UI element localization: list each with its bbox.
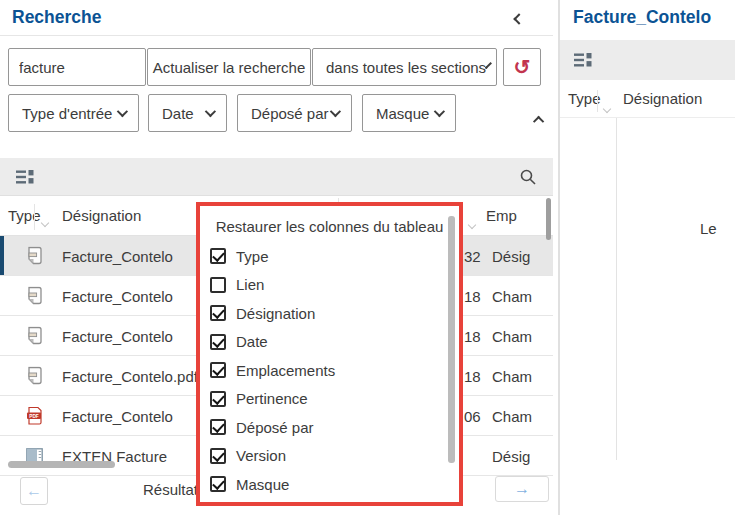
svg-text:PDF: PDF	[29, 413, 39, 418]
pdf-icon: PDF	[26, 406, 43, 425]
row-location-fragment: Désig	[492, 447, 530, 464]
next-page-button[interactable]: →	[495, 476, 549, 502]
column-picker-icon[interactable]	[574, 53, 592, 67]
detail-table-header: Type Désignation	[560, 80, 735, 118]
chevron-left-icon	[513, 13, 524, 24]
document-icon	[26, 286, 43, 305]
column-menu-item[interactable]: Type	[200, 242, 459, 271]
column-header-emplacements[interactable]: Emp	[486, 196, 517, 236]
row-name: Facture_Contelo	[62, 247, 173, 264]
column-sort-chevron-icon[interactable]	[468, 221, 476, 229]
chevron-down-icon	[330, 106, 341, 117]
row-location-fragment: Cham	[492, 367, 532, 384]
title-divider	[0, 35, 553, 36]
filter-mask-dropdown[interactable]: Masque	[362, 94, 456, 132]
column-header-type[interactable]: Type	[568, 80, 601, 118]
search-in-results-icon[interactable]	[519, 168, 537, 186]
filter-label: Date	[162, 105, 194, 122]
filter-label: Déposé par	[251, 105, 329, 122]
column-header-designation[interactable]: Désignation	[62, 196, 141, 236]
search-panel-title: Recherche	[12, 7, 102, 28]
column-menu-items: Type Lien Désignation Date Emplacements …	[200, 242, 459, 499]
detail-panel-title: Facture_Contelo	[573, 7, 711, 28]
column-header-type[interactable]: Type	[8, 196, 41, 236]
filter-label: Type d'entrée	[22, 105, 112, 122]
document-icon	[26, 366, 43, 385]
collapse-panel-button[interactable]	[508, 9, 530, 29]
reset-search-button[interactable]: ↺	[503, 48, 541, 86]
collapse-filters-button[interactable]	[529, 110, 551, 130]
header-separator	[34, 204, 35, 230]
column-label: Masque	[236, 476, 289, 493]
vertical-scrollbar-thumb[interactable]	[546, 198, 551, 240]
row-date-fragment: 32	[464, 247, 481, 264]
column-sort-chevron-icon[interactable]	[603, 105, 611, 113]
update-search-button[interactable]: Actualiser la recherche	[147, 48, 311, 86]
column-menu-item[interactable]: Date	[200, 328, 459, 357]
filter-filed-by-dropdown[interactable]: Déposé par	[237, 94, 352, 132]
column-chooser-menu: Restaurer les colonnes du tableau Type L…	[196, 202, 463, 506]
row-name: Facture_Contelo	[62, 287, 173, 304]
column-grid-line	[616, 118, 617, 460]
row-location-fragment: Cham	[492, 407, 532, 424]
refresh-icon: ↺	[514, 57, 531, 77]
row-date-fragment: 18	[464, 287, 481, 304]
column-checkbox[interactable]	[210, 419, 226, 435]
filter-date-dropdown[interactable]: Date	[148, 94, 227, 132]
column-checkbox[interactable]	[210, 334, 226, 350]
app-window: Recherche Actualiser la recherche dans t…	[0, 0, 735, 515]
column-menu-item[interactable]: Désignation	[200, 299, 459, 328]
column-checkbox[interactable]	[210, 305, 226, 321]
row-name: Facture_Contelo	[62, 327, 173, 344]
row-name: Facture_Contelo	[62, 407, 173, 424]
column-menu-item[interactable]: Déposé par	[200, 413, 459, 442]
previous-page-button[interactable]: ←	[20, 477, 48, 505]
row-name: Facture_Contelo.pdf	[62, 367, 198, 384]
detail-toolbar	[560, 40, 735, 80]
column-label: Type	[236, 248, 269, 265]
search-scope-dropdown[interactable]: dans toutes les sections	[312, 48, 497, 86]
column-checkbox[interactable]	[210, 248, 226, 264]
header-underline	[560, 117, 735, 118]
column-label: Déposé par	[236, 419, 314, 436]
column-checkbox[interactable]	[210, 277, 226, 293]
row-date-fragment: 06	[464, 407, 481, 424]
column-checkbox[interactable]	[210, 362, 226, 378]
chevron-up-icon	[533, 116, 544, 127]
column-picker-icon[interactable]	[16, 170, 34, 184]
document-icon	[26, 246, 43, 265]
results-toolbar	[0, 158, 553, 196]
chevron-down-icon	[117, 106, 128, 117]
row-location-fragment: Désig	[492, 247, 530, 264]
arrow-right-icon: →	[514, 480, 530, 498]
column-menu-item[interactable]: Emplacements	[200, 356, 459, 385]
column-header-designation[interactable]: Désignation	[623, 80, 702, 118]
search-input[interactable]	[8, 48, 146, 86]
row-date-fragment: 18	[464, 327, 481, 344]
row-location-fragment: Cham	[492, 287, 532, 304]
column-menu-item[interactable]: Pertinence	[200, 385, 459, 414]
column-checkbox[interactable]	[210, 448, 226, 464]
column-sort-chevron-icon[interactable]	[41, 219, 49, 227]
filter-entry-type-dropdown[interactable]: Type d'entrée	[8, 94, 139, 132]
search-scope-value: dans toutes les sections	[326, 59, 486, 76]
column-menu-item[interactable]: Masque	[200, 470, 459, 499]
document-icon	[26, 326, 43, 345]
column-menu-item[interactable]: Version	[200, 442, 459, 471]
chevron-down-icon	[205, 106, 216, 117]
column-menu-item[interactable]: Lien	[200, 271, 459, 300]
row-date-fragment: 18	[464, 367, 481, 384]
column-checkbox[interactable]	[210, 391, 226, 407]
menu-scrollbar-thumb[interactable]	[448, 216, 455, 463]
column-label: Pertinence	[236, 390, 308, 407]
column-label: Désignation	[236, 305, 315, 322]
restore-columns-menu-item[interactable]: Restaurer les colonnes du tableau	[200, 210, 459, 242]
header-separator	[597, 90, 598, 112]
column-label: Emplacements	[236, 362, 335, 379]
chevron-down-icon	[434, 106, 445, 117]
column-label: Version	[236, 447, 286, 464]
column-label: Date	[236, 333, 268, 350]
horizontal-scrollbar-thumb[interactable]	[8, 461, 115, 468]
column-checkbox[interactable]	[210, 476, 226, 492]
column-label: Lien	[236, 276, 264, 293]
